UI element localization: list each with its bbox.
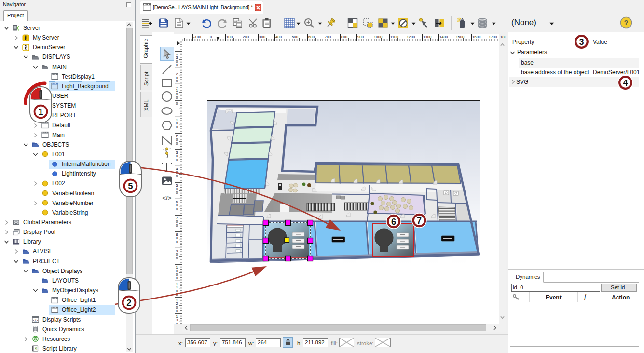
svg-text:1: 1: [38, 107, 43, 117]
svg-text:2: 2: [126, 298, 131, 308]
svg-text:5: 5: [128, 181, 133, 191]
